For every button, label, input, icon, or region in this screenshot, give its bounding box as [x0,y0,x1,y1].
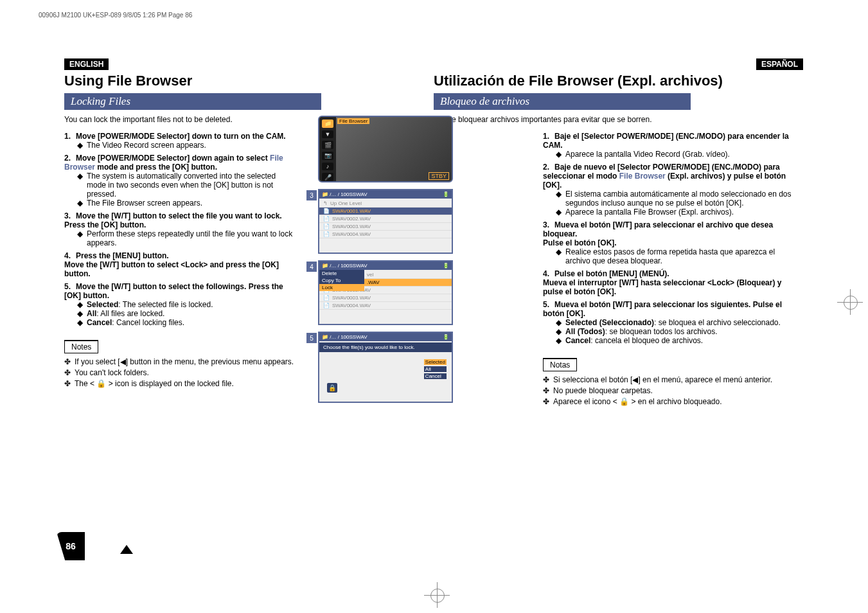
mic-icon: 🎤 [322,173,333,181]
file-name: Up One Level [330,200,362,206]
step-post: mode and press the [OK] button. [95,163,217,172]
screen-path: /… / 100SSWAV [330,334,367,340]
step-4: 4.Pulse el botón [MENU] (MENÚ). Mueva el… [543,269,800,296]
triangle-icon [120,545,133,554]
bullet-label: All (Todos) [565,327,605,336]
diamond-icon: ◆ [556,318,562,327]
bullet-text: : Cancel locking files. [112,318,184,327]
step-num: 2. [543,163,554,172]
right-column: ESPAÑOL Utilización de File Browser (Exp… [434,58,803,553]
file-row: SWAV0003.WAV [319,223,452,231]
note-text: Si selecciona el botón [◀] en el menú, a… [553,375,772,384]
screen-3: 3 📁 /… / 100SSWAV🔋 ↰ Up One Level SWAV00… [318,189,453,254]
step-1: 1.Baje el [Selector POWER/MODE] (ENC./MO… [543,132,800,159]
file-row: SWAV0001.WAV [319,208,452,215]
bullet-text: The Video Record screen appears. [87,141,206,150]
camera-icon: 📷 [322,152,333,160]
step-1: 1.Move [POWER/MODE Selector] down to tur… [64,132,296,150]
bullet-label: Selected (Seleccionado) [565,318,654,327]
battery-icon: 🔋 [443,334,449,340]
music-icon: ♪ [322,163,333,171]
bullet-text: : se bloquea el archivo seleccionado. [654,318,781,327]
step-num: 2. [64,154,76,163]
step-num: 3. [543,220,554,229]
doc-icon [323,231,330,237]
step-num: 5. [543,300,554,309]
partial-text: vel [367,272,373,278]
step-text: Baje el [Selector POWER/MODE] (ENC./MODO… [543,132,789,150]
note-text: The < 🔒 > icon is displayed on the locke… [75,379,234,388]
bullet-text: El sistema cambia automáticamente al mod… [565,190,800,208]
lang-tag-spanish: ESPAÑOL [756,58,803,70]
note-text: Aparece el icono < 🔒 > en el archivo blo… [553,397,722,406]
diamond-icon: ◆ [556,336,562,345]
bullet-label: Cancel [87,318,112,327]
menu-item: Delete [319,270,364,277]
down-arrow-icon: ▼ [322,130,333,139]
diamond-icon: ◆ [77,229,83,247]
right-title: Utilización de File Browser (Expl. archi… [434,73,803,89]
step-2: 2.Baje de nuevo el [Selector POWER/MODE]… [543,163,800,217]
battery-icon: 🔋 [443,263,449,269]
doc-icon [323,295,330,301]
doc-icon [323,208,330,214]
file-row: ↰ Up One Level [319,200,452,208]
step-text: Pulse el botón [MENU] (MENÚ). Mueva el i… [543,269,781,296]
file-row: SWAV0004.WAV [319,231,452,238]
note-text: No puede bloquear carpetas. [553,386,653,395]
doc-icon [323,303,330,308]
left-steps: 1.Move [POWER/MODE Selector] down to tur… [64,132,296,327]
step-gray: File Browser [619,172,666,181]
lang-tag-english: ENGLISH [64,58,109,70]
step-3: 3.Mueva el botón [W/T] para seleccionar … [543,220,800,265]
option: Cancel [424,373,447,379]
screen-number-badge: 5 [306,333,317,343]
bullet-label: All [87,309,96,318]
step-2: 2.Move [POWER/MODE Selector] down again … [64,154,296,208]
file-name: SWAV0002.WAV [332,216,371,222]
stby-label: STBY [429,172,449,180]
plus-icon: ✤ [64,368,71,377]
bullet-text: : cancela el bloqueo de archivos. [590,336,703,345]
menu-item: Copy To [319,277,364,284]
step-num: 1. [543,132,554,141]
registration-mark-icon [424,582,450,608]
notes-heading: Notas [543,358,577,371]
plus-icon: ✤ [543,375,549,384]
diamond-icon: ◆ [77,141,83,150]
partial-text: .WAV [367,280,380,285]
center-screen-mockups: 2 📁 ▼ 🎬 📷 ♪ 🎤 File Browser STBY 3 📁 /… /… [318,116,453,409]
step-num: 5. [64,282,76,291]
step-num: 4. [64,251,76,260]
right-steps: 1.Baje el [Selector POWER/MODE] (ENC./MO… [543,132,800,406]
step-5: 5.Move the [W/T] button to select the fo… [64,282,296,327]
step-3: 3.Move the [W/T] button to select the fi… [64,211,296,247]
step-5: 5.Mueva el botón [W/T] para seleccionar … [543,300,800,345]
step-text: Mueva el botón [W/T] para seleccionar el… [543,220,773,247]
diamond-icon: ◆ [77,199,83,208]
bullet-text: : The selected file is locked. [118,300,213,309]
step-text: Mueva el botón [W/T] para seleccionar lo… [543,300,782,318]
diamond-icon: ◆ [556,190,562,208]
step-num: 4. [543,269,554,278]
video-icon: 🎬 [322,141,333,149]
plus-icon: ✤ [64,379,71,388]
file-name: SWAV0003.WAV [332,224,371,229]
notes-list: ✤Si selecciona el botón [◀] en el menú, … [543,375,800,406]
file-name: SWAV0001.WAV [332,208,371,214]
plus-icon: ✤ [64,357,71,366]
header-strip: 00906J M2100 UK+ESP-089 9/8/05 1:26 PM P… [39,12,192,19]
diamond-icon: ◆ [556,247,562,265]
diamond-icon: ◆ [556,208,562,217]
file-row: SWAV0002.WAV [319,215,452,223]
step-text: Move [POWER/MODE Selector] down to turn … [76,132,286,141]
diamond-icon: ◆ [77,172,83,199]
menu-item-selected: Lock [319,284,364,291]
step-text: Move the [W/T] button to select the foll… [64,282,283,300]
file-name: SWAV0003.WAV [332,295,371,301]
registration-mark-icon [837,289,863,315]
note-text: If you select [◀] button in the menu, th… [75,357,294,366]
file-name: SWAV0004.WAV [332,303,371,308]
lock-icon: 🔒 [327,383,337,393]
bullet-text: Perform these steps repeatedly until the… [87,229,296,247]
